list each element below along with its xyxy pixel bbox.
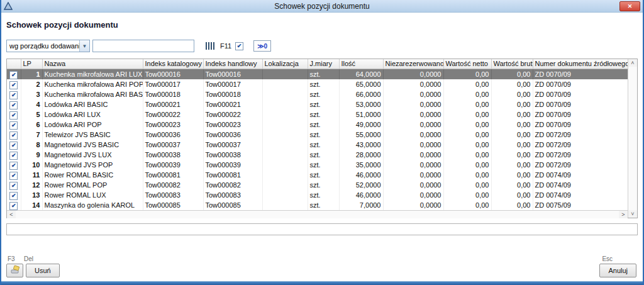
row-checkbox[interactable]: ✔ (9, 81, 18, 89)
table-cell: Tow000018 (143, 89, 203, 99)
row-checkbox[interactable]: ✔ (9, 182, 18, 190)
row-checkbox[interactable]: ✔ (9, 192, 18, 200)
delete-button[interactable]: Usuń (26, 264, 60, 277)
row-select-cell: ✔ (7, 99, 21, 109)
table-cell: Tow000085 (143, 200, 203, 210)
table-cell: Tow000022 (203, 109, 262, 120)
row-select-cell: ✔ (7, 109, 21, 120)
table-row[interactable]: ✔12Rower ROMAL POPTow000082Tow000082szt.… (7, 180, 631, 190)
table-cell: Rower ROMAL LUX (42, 190, 143, 200)
row-checkbox[interactable]: ✔ (9, 131, 18, 140)
table-cell: 0,0000 (383, 190, 443, 200)
table-row[interactable]: ✔8Magnetowid JVS BASICTow000037Tow000037… (7, 140, 631, 150)
jump-to-start-button[interactable]: ≫0 (253, 40, 271, 52)
table-row[interactable]: ✔1Kuchenka mikrofalowa ARI LUXTow000016T… (7, 69, 631, 79)
col-header-wartosc-netto[interactable]: Wartość netto (443, 59, 491, 69)
sort-order-select[interactable]: wg porządku dodawania ▼ (6, 40, 90, 52)
table-cell: 0,0000 (383, 140, 443, 150)
table-cell: 0,00 (491, 160, 533, 170)
cancel-button[interactable]: Anuluj (599, 264, 636, 277)
col-header-indeks-handlowy[interactable]: Indeks handlowy (203, 59, 262, 69)
table-cell: 65,0000 (339, 79, 383, 89)
horizontal-scrollbar[interactable]: < > (7, 210, 628, 218)
col-header-niezarezerwowano[interactable]: Niezarezerwowano (383, 59, 443, 69)
row-checkbox[interactable]: ✔ (9, 202, 18, 210)
table-cell (262, 150, 308, 160)
grid-main: LP Nazwa Indeks katalogowy Indeks handlo… (7, 59, 628, 218)
table-row[interactable]: ✔9Magnetowid JVS LUXTow000038Tow000038sz… (7, 150, 631, 160)
table-row[interactable]: ✔13Rower ROMAL LUXTow000083Tow000083szt.… (7, 190, 631, 200)
row-checkbox[interactable]: ✔ (9, 71, 18, 79)
vertical-scrollbar[interactable]: ˄ ˅ (628, 59, 637, 218)
table-row[interactable]: ✔5Lodówka ARI LUXTow000022Tow000022szt.5… (7, 109, 631, 120)
col-header-jmiary[interactable]: J.miary (308, 59, 339, 69)
col-header-numer-dokumentu[interactable]: Numer dokumentu źródłowego (533, 59, 631, 69)
table-cell: 0,0000 (383, 150, 443, 160)
table-cell: Tow000018 (203, 89, 262, 99)
row-checkbox[interactable]: ✔ (9, 142, 18, 150)
col-header-ilosc[interactable]: Ilość (339, 59, 383, 69)
col-header-lokalizacja[interactable]: Lokalizacja (262, 59, 308, 69)
table-cell: szt. (308, 130, 339, 140)
f11-checkbox[interactable]: ✔ (235, 42, 243, 50)
close-icon: ✕ (628, 3, 633, 9)
row-checkbox[interactable]: ✔ (9, 152, 18, 160)
row-checkbox[interactable]: ✔ (9, 172, 18, 180)
items-table: LP Nazwa Indeks katalogowy Indeks handlo… (7, 59, 631, 210)
table-cell (262, 79, 308, 89)
table-row[interactable]: ✔11Rower ROMAL BASICTow000081Tow000081sz… (7, 170, 631, 180)
table-cell: 0,00 (491, 150, 533, 160)
table-cell: 0,0000 (383, 120, 443, 130)
row-checkbox[interactable]: ✔ (9, 91, 18, 99)
scroll-left-icon[interactable]: < (7, 211, 16, 218)
table-cell: 0,0000 (383, 79, 443, 89)
table-cell: szt. (308, 69, 339, 79)
row-select-cell: ✔ (7, 190, 21, 200)
row-select-cell: ✔ (7, 150, 21, 160)
close-button[interactable]: ✕ (619, 1, 640, 11)
scroll-down-icon[interactable]: ˅ (628, 210, 637, 218)
table-row[interactable]: ✔14Maszynka do golenia KAROLTow000085Tow… (7, 200, 631, 210)
shortcut-labels: F3Del (8, 255, 60, 262)
col-header-wartosc-brutto[interactable]: Wartość brutto (491, 59, 533, 69)
table-cell: 0,0000 (383, 180, 443, 190)
table-cell: 0,00 (491, 120, 533, 130)
table-cell: Magnetowid JVS BASIC (42, 140, 143, 150)
scroll-right-icon[interactable]: > (619, 211, 628, 218)
scroll-up-icon[interactable]: ˄ (628, 59, 637, 67)
f3-action-button[interactable] (6, 264, 23, 277)
col-header-lp[interactable]: LP (21, 59, 42, 69)
table-cell: ZD 0070/09 (533, 99, 631, 109)
table-cell: 1 (21, 69, 42, 79)
table-cell: ZD 0070/09 (533, 120, 631, 130)
table-cell: ZD 0072/09 (533, 130, 631, 140)
table-cell: 0,0000 (383, 200, 443, 210)
columns-bars-icon[interactable] (206, 42, 214, 50)
row-checkbox[interactable]: ✔ (9, 162, 18, 170)
col-header-indeks-katalogowy[interactable]: Indeks katalogowy (143, 59, 203, 69)
table-row[interactable]: ✔2Kuchenka mikrofalowa ARI POPTow000017T… (7, 79, 631, 89)
vertical-scroll-track[interactable] (628, 67, 637, 210)
table-cell: 3 (21, 89, 42, 99)
table-cell: Tow000083 (143, 190, 203, 200)
row-checkbox[interactable]: ✔ (9, 101, 18, 109)
row-checkbox[interactable]: ✔ (9, 111, 18, 120)
table-cell: Rower ROMAL BASIC (42, 170, 143, 180)
search-input[interactable] (92, 40, 194, 52)
titlebar[interactable]: Schowek pozycji dokumentu ✕ (1, 0, 643, 13)
table-row[interactable]: ✔3Kuchenka mikrofalowa ARI BASICTow00001… (7, 89, 631, 99)
table-row[interactable]: ✔6Lodówka ARI POPTow000023Tow000023szt.4… (7, 120, 631, 130)
window-bottom-border (1, 281, 643, 285)
description-field[interactable] (6, 223, 638, 235)
horizontal-scroll-track[interactable] (16, 211, 619, 218)
table-row[interactable]: ✔4Lodówka ARI BASICTow000021Tow000021szt… (7, 99, 631, 109)
chevron-down-icon[interactable]: ▼ (79, 40, 89, 52)
row-checkbox[interactable]: ✔ (9, 121, 18, 130)
table-cell: Lodówka ARI LUX (42, 109, 143, 120)
table-row[interactable]: ✔7Telewizor JVS BASICTow000036Tow000036s… (7, 130, 631, 140)
data-grid: LP Nazwa Indeks katalogowy Indeks handlo… (6, 59, 638, 218)
table-row[interactable]: ✔10Magnetowid JVS POPTow000039Tow000039s… (7, 160, 631, 170)
col-header-nazwa[interactable]: Nazwa (42, 59, 143, 69)
table-cell: Tow000081 (143, 170, 203, 180)
table-cell: 0,00 (443, 160, 491, 170)
